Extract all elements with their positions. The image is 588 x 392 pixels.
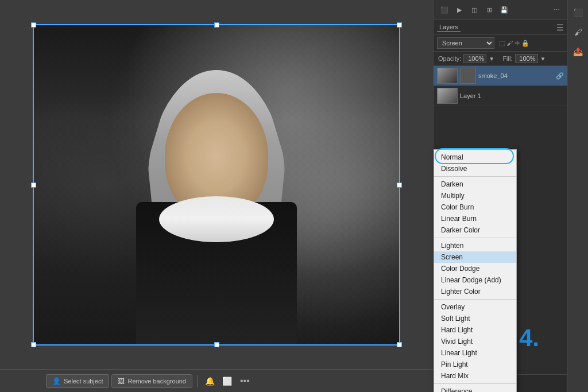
- main-canvas-area: 👤 Select subject 🖼 Remove background 🔔 ⬜…: [0, 0, 433, 392]
- blend-hard-mix[interactable]: Hard Mix: [434, 370, 516, 382]
- layer-thumbnail-base: [437, 88, 458, 104]
- blend-darker-color[interactable]: Darker Color: [434, 224, 516, 236]
- blend-mode-row: Normal Screen ⬚ 🖌 ✛ 🔒: [434, 35, 567, 52]
- lock-all-icon[interactable]: 🔒: [521, 40, 529, 47]
- grid-icon[interactable]: ⊞: [483, 3, 496, 16]
- blend-group-difference: Difference Exclusion Subtract Divide: [434, 384, 516, 392]
- remove-background-button[interactable]: 🖼 Remove background: [111, 374, 192, 388]
- fill-arrow: ▼: [540, 56, 546, 62]
- blend-mode-dropdown[interactable]: Normal Dissolve Darken Multiply Color Bu…: [434, 149, 517, 392]
- blend-dissolve[interactable]: Dissolve: [434, 163, 516, 174]
- layer-row-base[interactable]: Layer 1: [434, 86, 567, 106]
- play-icon[interactable]: ▶: [453, 3, 466, 16]
- blend-overlay[interactable]: Overlay: [434, 301, 516, 313]
- more-icon[interactable]: ⋯: [550, 3, 563, 16]
- blend-color-dodge[interactable]: Color Dodge: [434, 263, 516, 274]
- lock-transparent-icon[interactable]: ⬚: [499, 40, 505, 47]
- blend-pin-light[interactable]: Pin Light: [434, 359, 516, 370]
- save-icon[interactable]: 💾: [498, 3, 510, 16]
- link-chain-icon[interactable]: 🔗: [556, 72, 564, 80]
- tab-layers[interactable]: Layers: [437, 22, 461, 32]
- canvas-image[interactable]: [33, 24, 400, 346]
- layer-icons-smoke: 🔗: [556, 72, 564, 80]
- blend-difference[interactable]: Difference: [434, 386, 516, 392]
- blend-multiply[interactable]: Multiply: [434, 190, 516, 201]
- blend-mode-select[interactable]: Normal Screen: [437, 37, 494, 49]
- blend-vivid-light[interactable]: Vivid Light: [434, 336, 516, 347]
- canvas-container: [0, 0, 433, 369]
- blend-lighter-color[interactable]: Lighter Color: [434, 286, 516, 297]
- toolbar-separator: [197, 375, 198, 387]
- brush-tool-icon[interactable]: 🖌: [570, 24, 586, 40]
- layers-header-tools: ⬛ ▶ ◫ ⊞ 💾: [438, 3, 510, 16]
- bell-icon-button[interactable]: 🔔: [202, 374, 217, 389]
- panel-tab-row: Layers ☰: [434, 20, 567, 35]
- image-icon: 🖼: [118, 377, 125, 385]
- opacity-value[interactable]: 100%: [463, 54, 486, 63]
- blend-group-lighten: Lighten Screen Color Dodge Linear Dodge …: [434, 238, 516, 300]
- blend-soft-light[interactable]: Soft Light: [434, 313, 516, 324]
- right-panel: ⬛ ▶ ◫ ⊞ 💾 ⋯ Layers ☰ Normal Screen: [433, 0, 588, 392]
- opacity-label: Opacity:: [438, 55, 461, 62]
- lock-move-icon[interactable]: ✛: [514, 40, 520, 47]
- canvas-wrapper: [33, 24, 400, 346]
- fill-value[interactable]: 100%: [515, 54, 538, 63]
- more-options-button[interactable]: •••: [237, 376, 253, 386]
- timeline-icon[interactable]: ◫: [468, 3, 481, 16]
- blend-group-darken: Darken Multiply Color Burn Linear Burn D…: [434, 177, 516, 238]
- blend-darken[interactable]: Darken: [434, 178, 516, 190]
- layers-header: ⬛ ▶ ◫ ⊞ 💾 ⋯: [434, 0, 567, 20]
- frame-tool-icon[interactable]: ⬛: [438, 3, 451, 16]
- layer-row-smoke[interactable]: smoke_04 🔗: [434, 66, 567, 86]
- export-icon[interactable]: 📤: [570, 44, 586, 60]
- blend-lighten[interactable]: Lighten: [434, 240, 516, 251]
- bottom-toolbar: 👤 Select subject 🖼 Remove background 🔔 ⬜…: [0, 369, 433, 392]
- opacity-arrow: ▼: [489, 56, 494, 62]
- blend-group-normal: Normal Dissolve: [434, 150, 516, 177]
- layer-thumbnail-smoke: [437, 68, 458, 84]
- select-subject-button[interactable]: 👤 Select subject: [46, 374, 109, 388]
- layer-thumb-mask: [460, 68, 476, 84]
- layer-name-base: Layer 1: [460, 92, 564, 99]
- mask-icon-button[interactable]: ⬜: [219, 374, 234, 389]
- layer-name-smoke: smoke_04: [478, 72, 554, 79]
- lock-brush-icon[interactable]: 🖌: [506, 40, 513, 47]
- blend-linear-light[interactable]: Linear Light: [434, 347, 516, 359]
- blend-color-burn[interactable]: Color Burn: [434, 201, 516, 213]
- blend-screen[interactable]: Screen: [434, 251, 516, 263]
- blend-group-overlay: Overlay Soft Light Hard Light Vivid Ligh…: [434, 300, 516, 384]
- portrait-collar: [159, 196, 274, 242]
- portrait-figure: [119, 70, 314, 346]
- blend-hard-light[interactable]: Hard Light: [434, 324, 516, 336]
- fill-label: Fill:: [502, 55, 512, 62]
- lock-icons: ⬚ 🖌 ✛ 🔒: [499, 40, 529, 47]
- blend-linear-burn[interactable]: Linear Burn: [434, 213, 516, 224]
- blend-linear-dodge[interactable]: Linear Dodge (Add): [434, 274, 516, 286]
- person-icon: 👤: [52, 377, 61, 385]
- opacity-fill-row: Opacity: 100% ▼ Fill: 100% ▼: [434, 52, 567, 66]
- blend-normal[interactable]: Normal: [434, 152, 516, 163]
- right-top-icons: ⬛ 🖌 📤: [567, 0, 588, 392]
- hamburger-icon[interactable]: ☰: [556, 23, 564, 32]
- smart-object-icon[interactable]: ⬛: [570, 5, 586, 21]
